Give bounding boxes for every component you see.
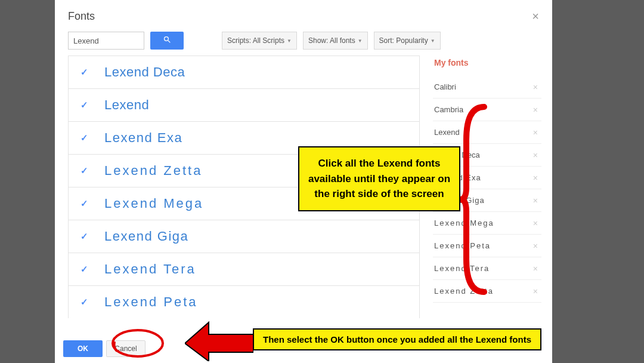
remove-font-icon[interactable]: × xyxy=(532,240,539,252)
font-name: Lexend Deca xyxy=(104,64,185,80)
my-font-row: Calibri× xyxy=(433,76,541,99)
remove-font-icon[interactable]: × xyxy=(532,263,539,275)
chevron-down-icon: ▼ xyxy=(431,38,435,44)
check-icon: ✓ xyxy=(80,133,90,143)
my-font-name: Calibri xyxy=(434,82,456,91)
font-result-row[interactable]: ✓Lexend xyxy=(69,89,419,122)
font-result-row[interactable]: ✓Lexend Deca xyxy=(69,56,419,89)
check-icon: ✓ xyxy=(80,231,90,242)
my-fonts-title: My fonts xyxy=(433,56,541,76)
cancel-button[interactable]: Cancel xyxy=(106,340,145,357)
scripts-filter-label: Scripts: All Scripts xyxy=(227,36,284,45)
my-font-name: Lexend xyxy=(434,128,460,137)
font-name: Lexend Giga xyxy=(104,229,188,244)
annotation-callout-2: Then select the OK button once you added… xyxy=(253,328,541,350)
annotation-arrow xyxy=(185,313,253,361)
check-icon: ✓ xyxy=(80,165,90,176)
check-icon: ✓ xyxy=(80,67,90,78)
remove-font-icon[interactable]: × xyxy=(532,172,539,184)
font-name: Lexend Mega xyxy=(104,196,203,211)
remove-font-icon[interactable]: × xyxy=(532,127,539,139)
remove-font-icon[interactable]: × xyxy=(532,285,539,297)
font-name: Lexend Exa xyxy=(104,130,182,146)
font-result-row[interactable]: ✓Lexend Giga xyxy=(69,220,419,253)
search-input[interactable] xyxy=(68,32,144,50)
search-button[interactable] xyxy=(150,32,184,50)
ok-button[interactable]: OK xyxy=(63,340,103,357)
check-icon: ✓ xyxy=(80,198,90,209)
dialog-footer: OK Cancel xyxy=(63,340,145,357)
sort-filter-label: Sort: Popularity xyxy=(379,36,428,45)
svg-marker-0 xyxy=(185,322,253,361)
dialog-header: Fonts × xyxy=(55,0,552,32)
remove-font-icon[interactable]: × xyxy=(532,104,539,116)
toolbar: Scripts: All Scripts ▼ Show: All fonts ▼… xyxy=(55,32,552,56)
font-name: Lexend Tera xyxy=(104,262,196,277)
show-filter-label: Show: All fonts xyxy=(308,36,355,45)
annotation-brace xyxy=(460,104,490,295)
remove-font-icon[interactable]: × xyxy=(532,149,539,161)
annotation-callout-1: Click all the Lexend fonts available unt… xyxy=(298,146,460,211)
scripts-filter[interactable]: Scripts: All Scripts ▼ xyxy=(222,32,297,50)
chevron-down-icon: ▼ xyxy=(358,38,363,44)
sort-filter[interactable]: Sort: Popularity ▼ xyxy=(374,32,441,50)
chevron-down-icon: ▼ xyxy=(287,38,292,44)
font-result-row[interactable]: ✓Lexend Tera xyxy=(69,253,419,286)
my-font-name: Cambria xyxy=(434,105,463,114)
font-name: Lexend Zetta xyxy=(104,163,202,179)
font-name: Lexend Peta xyxy=(104,294,198,310)
remove-font-icon[interactable]: × xyxy=(532,81,539,93)
check-icon: ✓ xyxy=(80,264,90,275)
search-icon xyxy=(163,35,172,46)
close-icon[interactable]: × xyxy=(530,8,541,24)
dialog-title: Fonts xyxy=(68,10,95,23)
check-icon: ✓ xyxy=(80,100,90,110)
font-name: Lexend xyxy=(104,97,149,113)
remove-font-icon[interactable]: × xyxy=(532,217,539,229)
show-filter[interactable]: Show: All fonts ▼ xyxy=(303,32,368,50)
check-icon: ✓ xyxy=(80,297,90,307)
remove-font-icon[interactable]: × xyxy=(532,195,539,207)
